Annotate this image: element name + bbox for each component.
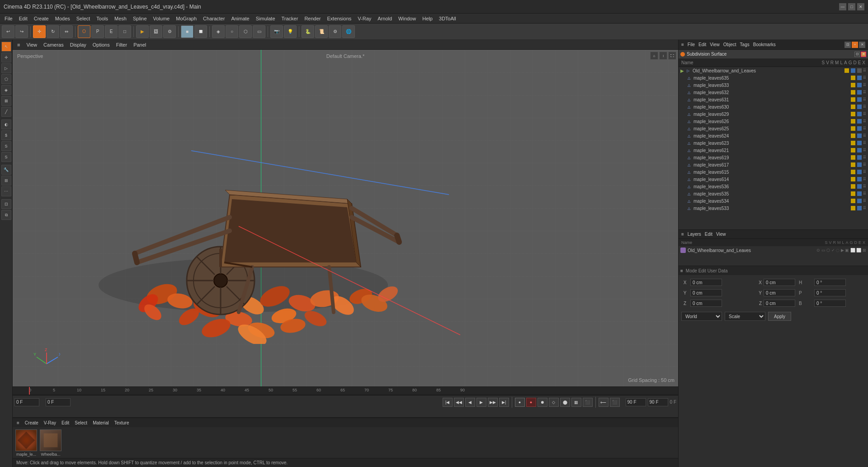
vp-menu-options[interactable]: Options <box>90 41 113 48</box>
cube-btn[interactable]: ◈ <box>212 25 225 38</box>
coord-z-size-input[interactable] <box>764 300 795 307</box>
record-options-btn[interactable]: ● <box>515 398 525 407</box>
obj-menu-icon[interactable]: ≡ <box>681 42 684 47</box>
viewport[interactable]: Perspective Default Camera.* Grid Spacin… <box>13 50 678 386</box>
rotate-tool-btn[interactable]: ↻ <box>47 25 59 38</box>
menu-animate[interactable]: Animate <box>228 15 252 22</box>
apply-button[interactable]: Apply <box>768 312 791 321</box>
python-btn[interactable]: 🐍 <box>302 25 314 38</box>
object-mode-btn[interactable]: O <box>78 25 90 38</box>
table-row[interactable]: △ maple_leaves614 ⠿ <box>679 176 868 183</box>
subdivision-surface-item[interactable]: Subdivision Surface ⊡ ✕ <box>679 50 868 59</box>
table-row[interactable]: ▶ ▷ Old_Wheelbarrow_and_Leaves ⠿ <box>679 67 868 74</box>
mesh-tool[interactable]: ⊡ <box>1 199 11 209</box>
layer-menu-layers[interactable]: Layers <box>688 232 701 237</box>
plane-btn[interactable]: ▭ <box>253 25 265 38</box>
edge-mode-btn[interactable]: E <box>105 25 118 38</box>
table-row[interactable]: △ maple_leaves619 ⠿ <box>679 154 868 161</box>
menu-help[interactable]: Help <box>420 15 435 22</box>
table-row[interactable]: △ maple_leaves617 ⠿ <box>679 161 868 168</box>
maximize-btn[interactable]: □ <box>848 3 855 10</box>
arc-tool[interactable]: ◐ <box>1 119 11 129</box>
coord-b-input[interactable] <box>814 300 846 307</box>
line-tool[interactable]: ╱ <box>1 107 11 117</box>
mat-menu-texture[interactable]: Texture <box>112 420 132 426</box>
menu-modes[interactable]: Modes <box>52 15 73 22</box>
obj-menu-view[interactable]: View <box>710 42 720 47</box>
star-tool[interactable]: S <box>1 152 11 162</box>
frame-display[interactable] <box>46 398 71 406</box>
obj-menu-bookmarks[interactable]: Bookmarks <box>753 42 776 47</box>
attr-menu-icon[interactable]: ≡ <box>680 268 683 273</box>
subdiv-btn-1[interactable]: ⊡ <box>854 52 860 57</box>
end-frame-input[interactable] <box>626 398 646 406</box>
vp-menu-panel[interactable]: Panel <box>131 41 149 48</box>
undo-btn[interactable]: ↩ <box>2 25 14 38</box>
mat-menu-edit[interactable]: Edit <box>59 420 71 426</box>
redo-btn[interactable]: ↪ <box>15 25 28 38</box>
select-tool[interactable]: ↖ <box>1 42 11 52</box>
coord-x-size-input[interactable] <box>764 279 795 286</box>
menu-simulate[interactable]: Simulate <box>253 15 278 22</box>
menu-edit[interactable]: Edit <box>16 15 30 22</box>
menu-spline[interactable]: Spline <box>130 15 150 22</box>
table-row[interactable]: △ maple_leaves621 ⠿ <box>679 147 868 154</box>
mat-menu-icon[interactable]: ≡ <box>14 420 22 426</box>
subdiv-close-btn[interactable]: ✕ <box>861 52 866 57</box>
current-frame-input[interactable] <box>14 398 39 406</box>
menu-vray[interactable]: V-Ray <box>355 15 374 22</box>
magnet-tool[interactable]: ⊠ <box>1 96 11 106</box>
menu-3dtoall[interactable]: 3DToAll <box>436 15 459 22</box>
vp-menu-display[interactable]: Display <box>67 41 89 48</box>
layer-item-main[interactable]: Old_Wheelbarrow_and_Leaves ⊙ ▭ ⬡ ✓ ◌ ▶ ▣… <box>679 246 868 254</box>
mat-menu-vray[interactable]: V-Ray <box>42 420 58 426</box>
grid-tool[interactable]: ⊞ <box>1 176 11 186</box>
coord-p-input[interactable] <box>814 289 846 296</box>
mat-menu-select[interactable]: Select <box>72 420 90 426</box>
light-btn[interactable]: 💡 <box>284 25 297 38</box>
obj-menu-file[interactable]: File <box>688 42 695 47</box>
menu-file[interactable]: File <box>2 15 15 22</box>
menu-extensions[interactable]: Extensions <box>324 15 354 22</box>
table-row[interactable]: △ maple_leaves534 ⠿ <box>679 197 868 205</box>
motion-clip-btn[interactable]: ⬤ <box>560 398 570 407</box>
obj-mgr-btn-3[interactable]: ✕ <box>859 42 865 48</box>
obj-menu-edit[interactable]: Edit <box>698 42 706 47</box>
cylinder-btn[interactable]: ⬡ <box>239 25 252 38</box>
vp-menu-filter[interactable]: Filter <box>113 41 130 48</box>
scale-dropdown[interactable]: Scale Absolute <box>725 312 765 321</box>
menu-window[interactable]: Window <box>396 15 419 22</box>
vp-menu-view[interactable]: View <box>24 41 40 48</box>
coord-h-input[interactable] <box>814 279 846 286</box>
menu-mograph[interactable]: MoGraph <box>173 15 199 22</box>
minimize-btn[interactable]: — <box>839 3 846 10</box>
menu-volume[interactable]: Volume <box>151 15 173 22</box>
script-btn[interactable]: 📜 <box>315 25 328 38</box>
mat-menu-material[interactable]: Material <box>90 420 111 426</box>
color-btn[interactable]: ■ <box>181 25 193 38</box>
menu-character[interactable]: Character <box>200 15 227 22</box>
sphere-btn[interactable]: ○ <box>226 25 238 38</box>
table-row[interactable]: △ maple_leaves630 ⠿ <box>679 103 868 110</box>
brush-tool[interactable]: ⬠ <box>1 74 11 84</box>
keyframe-btn[interactable]: ◇ <box>549 398 559 407</box>
obj-menu-object[interactable]: Object <box>723 42 736 47</box>
table-row[interactable]: △ maple_leaves632 ⠿ <box>679 89 868 96</box>
settings-btn[interactable]: ⚙ <box>329 25 341 38</box>
table-row[interactable]: △ maple_leaves623 ⠿ <box>679 139 868 147</box>
world-dropdown[interactable]: World Object <box>681 312 722 321</box>
camera-btn[interactable]: 📷 <box>270 25 283 38</box>
polygon-tool[interactable]: ▷ <box>1 63 11 73</box>
vp-menu-icon[interactable]: ≡ <box>14 41 23 48</box>
menu-mesh[interactable]: Mesh <box>112 15 129 22</box>
table-row[interactable]: △ maple_leaves635 ⠿ <box>679 74 868 81</box>
point-mode-btn[interactable]: P <box>91 25 104 38</box>
coord-y-pos-input[interactable] <box>690 289 722 296</box>
table-row[interactable]: △ maple_leaves533 ⠿ <box>679 205 868 212</box>
move-tool-btn[interactable]: ✛ <box>33 25 46 38</box>
spiral-tool[interactable]: S <box>1 141 11 151</box>
coord-x-pos-input[interactable] <box>690 279 722 286</box>
material-item-wheel[interactable]: Wheelba... <box>40 429 61 457</box>
play-btn[interactable]: ▶ <box>476 398 486 407</box>
render-btn[interactable]: ▶ <box>136 25 149 38</box>
